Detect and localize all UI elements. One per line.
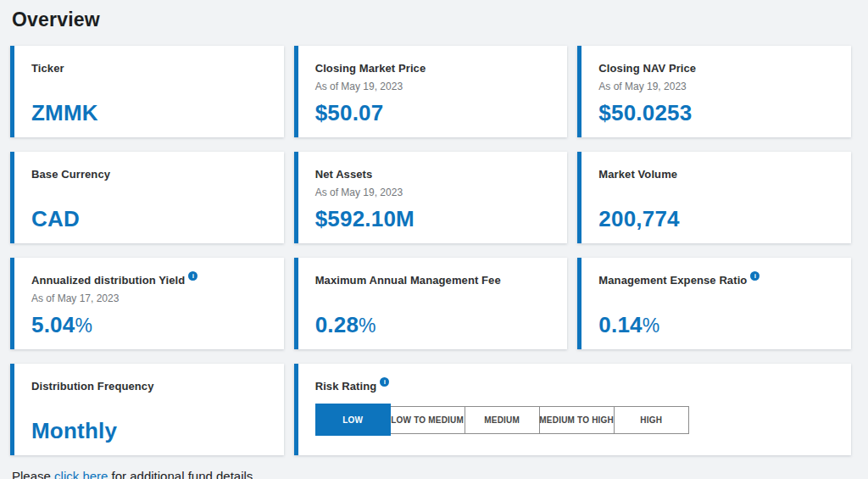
value-text: $592.10M — [315, 206, 415, 231]
card-label: Net Assets — [315, 168, 373, 181]
as-of-date: As of May 19, 2023 — [598, 81, 834, 92]
card-label: Distribution Frequency — [31, 380, 154, 393]
card-base-currency: Base Currency CAD — [10, 152, 284, 243]
click-here-link[interactable]: click here — [54, 469, 108, 479]
card-management-expense-ratio: Management Expense Ratio i 0.14% — [577, 258, 851, 349]
value-text: ZMMK — [31, 100, 98, 125]
risk-segment-medium: MEDIUM — [465, 406, 540, 434]
card-label: Annualized distribution Yield — [31, 274, 185, 287]
card-label-row: Base Currency — [31, 168, 267, 181]
card-label-row: Closing Market Price — [315, 62, 551, 75]
card-value: Monthly — [31, 420, 267, 442]
card-label-row: Closing NAV Price — [598, 62, 834, 75]
as-of-date: As of May 17, 2023 — [31, 292, 267, 304]
info-icon[interactable]: i — [750, 271, 760, 281]
value-text: Monthly — [31, 418, 117, 443]
card-label-row: Net Assets — [315, 168, 551, 181]
card-label-row: Market Volume — [598, 168, 834, 181]
card-value: 0.14% — [598, 314, 834, 336]
value-text: 5.04 — [31, 312, 75, 337]
metrics-grid: Ticker ZMMK Closing Market Price As of M… — [10, 46, 851, 455]
card-market-volume: Market Volume 200,774 — [577, 152, 851, 243]
card-value: $50.0253 — [598, 102, 834, 124]
note-text-post: for additional fund details. — [108, 469, 256, 479]
info-icon[interactable]: i — [188, 271, 198, 281]
value-text: 200,774 — [598, 206, 679, 231]
fund-details-note: Please click here for additional fund de… — [12, 469, 851, 479]
card-label: Maximum Annual Management Fee — [315, 274, 501, 287]
value-text: 0.28 — [315, 312, 359, 337]
risk-segment-low-to-medium: LOW TO MEDIUM — [390, 406, 465, 434]
card-label-row: Ticker — [31, 62, 267, 75]
value-text: $50.07 — [315, 100, 384, 125]
page-title: Overview — [12, 8, 851, 31]
value-suffix: % — [359, 315, 376, 337]
card-maximum-annual-management-fee: Maximum Annual Management Fee 0.28% — [294, 258, 568, 349]
value-text: $50.0253 — [598, 100, 692, 125]
card-label: Management Expense Ratio — [598, 274, 747, 287]
card-value: 200,774 — [598, 208, 834, 230]
card-risk-rating: Risk Rating i LOW LOW TO MEDIUM MEDIUM M… — [294, 364, 851, 455]
card-distribution-frequency: Distribution Frequency Monthly — [10, 364, 284, 455]
card-value: $592.10M — [315, 208, 551, 230]
card-label: Closing NAV Price — [598, 62, 696, 75]
value-text: 0.14 — [598, 312, 642, 337]
card-value: $50.07 — [315, 102, 551, 124]
card-label-row: Maximum Annual Management Fee — [315, 274, 551, 287]
as-of-date: As of May 19, 2023 — [315, 81, 551, 92]
card-closing-market-price: Closing Market Price As of May 19, 2023 … — [294, 46, 568, 137]
value-suffix: % — [75, 315, 92, 337]
risk-segment-high: HIGH — [614, 406, 689, 434]
card-label: Ticker — [31, 62, 64, 75]
card-value: ZMMK — [31, 102, 267, 124]
risk-rating-scale: LOW LOW TO MEDIUM MEDIUM MEDIUM TO HIGH … — [315, 404, 834, 436]
card-value: 5.04% — [31, 314, 267, 336]
card-value: CAD — [31, 208, 267, 230]
risk-segment-low: LOW — [315, 404, 391, 436]
card-closing-nav-price: Closing NAV Price As of May 19, 2023 $50… — [577, 46, 851, 137]
as-of-date: As of May 19, 2023 — [315, 187, 551, 198]
value-suffix: % — [643, 315, 660, 337]
card-label-row: Risk Rating i — [315, 380, 834, 393]
info-icon[interactable]: i — [380, 377, 389, 387]
card-annualized-distribution-yield: Annualized distribution Yield i As of Ma… — [10, 258, 284, 349]
overview-page: Overview Ticker ZMMK Closing Market Pric… — [0, 0, 868, 479]
card-value: 0.28% — [315, 314, 551, 336]
card-label: Market Volume — [598, 168, 677, 181]
card-label: Base Currency — [31, 168, 110, 181]
card-net-assets: Net Assets As of May 19, 2023 $592.10M — [294, 152, 568, 243]
card-label: Risk Rating — [315, 380, 377, 393]
card-label: Closing Market Price — [315, 62, 426, 75]
value-text: CAD — [31, 206, 80, 231]
card-ticker: Ticker ZMMK — [10, 46, 284, 137]
card-label-row: Annualized distribution Yield i — [31, 274, 267, 287]
note-text-pre: Please — [12, 469, 54, 479]
card-label-row: Distribution Frequency — [31, 380, 267, 393]
risk-segment-medium-to-high: MEDIUM TO HIGH — [539, 406, 615, 434]
card-label-row: Management Expense Ratio i — [598, 274, 834, 287]
